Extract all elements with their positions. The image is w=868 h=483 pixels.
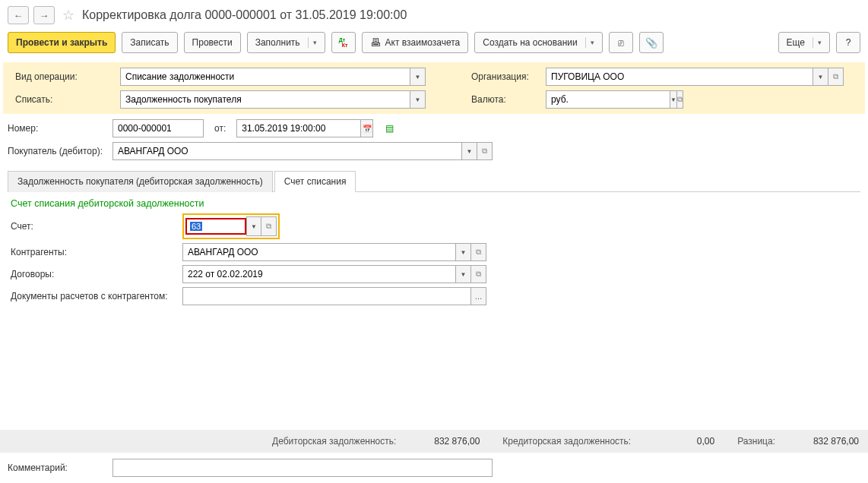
- favorite-star-icon[interactable]: ☆: [62, 7, 74, 24]
- buyer-dropdown[interactable]: ▼: [462, 142, 477, 160]
- docs-label: Документы расчетов с контрагентом:: [11, 291, 178, 301]
- docs-select-button[interactable]: …: [471, 287, 486, 305]
- save-button[interactable]: Записать: [122, 32, 177, 53]
- totals-bar: Дебиторская задолженность: 832 876,00 Кр…: [0, 430, 868, 453]
- contract-input[interactable]: [182, 265, 456, 283]
- currency-input[interactable]: [546, 90, 670, 109]
- contract-open-button[interactable]: ⧉: [471, 265, 486, 283]
- nav-forward-button[interactable]: →: [33, 6, 55, 24]
- structure-icon: ⎚: [618, 37, 624, 49]
- buyer-label: Покупатель (дебитор):: [8, 146, 106, 156]
- cred-value: 0,00: [654, 436, 714, 447]
- nav-back-button[interactable]: ←: [8, 6, 29, 24]
- calendar-button[interactable]: 📅: [361, 119, 373, 137]
- buyer-input[interactable]: [112, 142, 462, 160]
- dtkt-button[interactable]: ДтКт: [331, 32, 356, 53]
- posted-icon: ▤: [385, 123, 394, 134]
- currency-label: Валюта:: [471, 94, 540, 105]
- comment-input[interactable]: [112, 459, 493, 477]
- docs-input[interactable]: [182, 287, 471, 305]
- contract-label: Договоры:: [11, 269, 178, 279]
- contract-dropdown[interactable]: ▼: [456, 265, 471, 283]
- contragent-label: Контрагенты:: [11, 247, 178, 257]
- number-input[interactable]: [112, 119, 204, 137]
- number-label: Номер:: [8, 123, 106, 134]
- act-label: Акт взаимозачета: [385, 37, 461, 48]
- tab-writeoff-account[interactable]: Счет списания: [274, 171, 356, 192]
- attach-button[interactable]: 📎: [639, 32, 664, 53]
- date-input[interactable]: [236, 119, 361, 137]
- account-value: 63: [190, 222, 202, 231]
- more-label: Еще: [787, 37, 805, 48]
- structure-button[interactable]: ⎚: [609, 32, 633, 53]
- printer-icon: 🖶: [370, 36, 381, 49]
- account-label: Счет:: [11, 221, 178, 232]
- paperclip-icon: 📎: [645, 37, 657, 49]
- account-input[interactable]: 63: [185, 218, 246, 235]
- org-label: Организация:: [471, 71, 540, 82]
- currency-dropdown[interactable]: ▼: [670, 90, 677, 109]
- fill-label: Заполнить: [255, 37, 300, 48]
- contragent-open-button[interactable]: ⧉: [471, 243, 486, 261]
- create-based-button[interactable]: Создать на основании▾: [474, 32, 603, 53]
- account-field-highlight: 63 ▼ ⧉: [182, 213, 280, 239]
- contragent-dropdown[interactable]: ▼: [456, 243, 471, 261]
- diff-value: 832 876,00: [798, 436, 859, 447]
- writeoff-label: Списать:: [15, 94, 114, 105]
- tab-debt[interactable]: Задолженность покупателя (дебиторская за…: [8, 171, 273, 192]
- more-button[interactable]: Еще▾: [778, 32, 830, 53]
- post-button[interactable]: Провести: [184, 32, 241, 53]
- account-open-button[interactable]: ⧉: [261, 216, 277, 236]
- writeoff-dropdown[interactable]: ▼: [410, 90, 426, 109]
- account-dropdown[interactable]: ▼: [246, 216, 261, 236]
- post-and-close-button[interactable]: Провести и закрыть: [8, 32, 116, 53]
- deb-value: 832 876,00: [419, 436, 480, 447]
- act-button[interactable]: 🖶Акт взаимозачета: [362, 32, 469, 53]
- op-type-dropdown[interactable]: ▼: [410, 68, 426, 86]
- writeoff-group-title: Счет списания дебиторской задолженности: [11, 198, 860, 209]
- currency-open-button[interactable]: ⧉: [677, 90, 683, 109]
- org-input[interactable]: [546, 68, 813, 86]
- cred-label: Кредиторская задолженность:: [502, 436, 631, 447]
- contragent-input[interactable]: [182, 243, 456, 261]
- org-open-button[interactable]: ⧉: [828, 68, 844, 86]
- buyer-open-button[interactable]: ⧉: [477, 142, 493, 160]
- org-dropdown[interactable]: ▼: [813, 68, 828, 86]
- create-based-label: Создать на основании: [483, 37, 578, 48]
- deb-label: Дебиторская задолженность:: [272, 436, 396, 447]
- page-title: Корректировка долга 0000-000001 от 31.05…: [82, 8, 407, 22]
- op-type-label: Вид операции:: [15, 71, 114, 82]
- fill-button[interactable]: Заполнить▾: [247, 32, 325, 53]
- writeoff-input[interactable]: [120, 90, 410, 109]
- diff-label: Разница:: [737, 436, 775, 447]
- help-button[interactable]: ?: [836, 32, 860, 53]
- from-label: от:: [214, 123, 226, 134]
- op-type-input[interactable]: [120, 68, 410, 86]
- comment-label: Комментарий:: [8, 462, 106, 473]
